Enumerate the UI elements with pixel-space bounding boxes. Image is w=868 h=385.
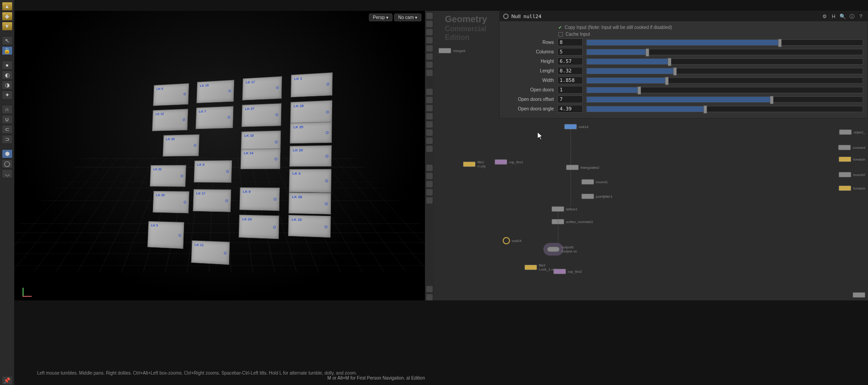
viewport-right-tools — [425, 11, 434, 300]
shelf-tool-e[interactable]: ∪ — [2, 115, 13, 124]
node-rop-fbx2[interactable]: rop_fbx2 — [553, 269, 582, 274]
param-value-input[interactable] — [557, 57, 583, 65]
param-value-input[interactable] — [557, 48, 583, 56]
search-icon[interactable]: 🔍 — [840, 13, 846, 19]
shelf-tool-a[interactable]: ● — [2, 61, 13, 70]
node-null14[interactable]: null14 — [564, 124, 588, 129]
rtool-2[interactable] — [426, 21, 433, 27]
param-value-input[interactable] — [557, 38, 583, 46]
copy-input-checkbox[interactable]: ✔ Copy Input (Note: Input will be still … — [504, 24, 863, 31]
shelf-pin-icon[interactable]: 📌 — [2, 376, 13, 385]
rtool-11[interactable] — [426, 105, 433, 111]
param-row-open_doors: Open doors — [504, 85, 863, 95]
param-row-open_doors_offset: Open doors offset — [504, 95, 863, 104]
node-connect[interactable]: connect — [838, 145, 865, 150]
rtool-15[interactable] — [426, 138, 433, 144]
info-icon[interactable]: ⓘ — [849, 13, 855, 19]
h-icon[interactable]: H — [830, 13, 837, 19]
node-output0[interactable]: output0Output sc — [547, 245, 577, 253]
rtool-1[interactable] — [426, 13, 433, 19]
rtool-16[interactable] — [426, 146, 433, 152]
rtool-18[interactable] — [426, 173, 433, 179]
node-pointjitter1[interactable]: pointjitter1 — [581, 194, 613, 199]
node-object-merge[interactable]: object_ — [839, 129, 865, 135]
shelf-tool-f[interactable]: ⊂ — [2, 125, 13, 134]
locker-door: LK 9 — [239, 187, 280, 211]
locker-door: LK 17 — [193, 189, 231, 212]
param-slider[interactable] — [586, 96, 863, 103]
rtool-12[interactable] — [426, 113, 433, 119]
node-foreach-begin[interactable]: foreach — [839, 157, 865, 162]
node-file1[interactable]: file1rr.obj — [463, 160, 486, 168]
viewport-3d[interactable]: Persp ▾ No cam ▾ LK 6LK 15LK 17LK 1LK 12… — [14, 11, 425, 300]
node-bound2[interactable]: bound2 — [839, 172, 865, 177]
rtool-10[interactable] — [426, 97, 433, 103]
rtool-17[interactable] — [426, 165, 433, 171]
param-slider[interactable] — [586, 68, 863, 74]
rtool-3[interactable] — [426, 29, 433, 35]
shelf-tool-d[interactable]: ✦ — [2, 90, 13, 100]
rtool-7[interactable] — [426, 62, 433, 68]
node-name-field[interactable]: null24 — [524, 14, 542, 19]
rtool-6[interactable] — [426, 53, 433, 60]
parameter-pane: Null null24 ⚙ H 🔍 ⓘ ? ✔ Copy Input (Note… — [499, 11, 868, 119]
rtool-8[interactable] — [426, 70, 433, 76]
rtool-21[interactable] — [426, 197, 433, 204]
locker-door: LK 25 — [290, 122, 332, 143]
shelf-tool-c[interactable]: ◑ — [2, 81, 13, 90]
param-slider[interactable] — [586, 77, 863, 84]
param-value-input[interactable] — [557, 105, 583, 113]
rtool-13[interactable] — [426, 121, 433, 128]
shelf-tool-2[interactable]: ◆ — [2, 12, 13, 21]
node-null24[interactable]: null24 — [503, 237, 521, 244]
shelf-tool-j[interactable]: ◡ — [2, 169, 13, 178]
nocam-dropdown[interactable]: No cam ▾ — [394, 14, 421, 21]
magnet-tool-icon[interactable]: ∩ — [2, 105, 13, 114]
help-icon[interactable]: ? — [858, 13, 864, 19]
cache-input-checkbox[interactable]: Cache Input — [504, 31, 863, 38]
locker-door: LK 19 — [288, 215, 331, 238]
locker-door: LK 7 — [196, 106, 234, 129]
select-tool-icon[interactable]: ↖ — [2, 36, 13, 45]
rtool-grid-icon[interactable] — [426, 294, 433, 300]
shelf-tool-3[interactable]: ▼ — [2, 22, 13, 31]
node-merge8[interactable]: merge8 — [439, 48, 465, 53]
lock-tool-icon[interactable]: 🔒 — [2, 46, 13, 55]
param-slider[interactable] — [586, 87, 863, 93]
param-value-input[interactable] — [557, 67, 583, 75]
node-triangulate2[interactable]: triangulate2 — [566, 165, 599, 170]
rtool-14[interactable] — [426, 129, 433, 136]
param-slider[interactable] — [586, 39, 863, 46]
shelf-tool-g[interactable]: ⊃ — [2, 135, 13, 144]
node-extra[interactable] — [853, 292, 865, 298]
param-label: Open doors — [504, 87, 554, 92]
param-slider[interactable] — [586, 58, 863, 65]
node-foreach-end[interactable]: foreach — [839, 185, 865, 191]
locker-door: LK 20 — [163, 134, 199, 157]
locker-door: LK 5 — [147, 221, 184, 249]
param-value-input[interactable] — [557, 86, 583, 94]
param-label: Open doors angle — [504, 106, 554, 111]
param-value-input[interactable] — [557, 76, 583, 84]
gear-icon[interactable]: ⚙ — [821, 13, 828, 19]
shelf-tool-h[interactable]: ⬢ — [2, 149, 13, 158]
rtool-5[interactable] — [426, 45, 433, 52]
camera-dropdown[interactable]: Persp ▾ — [369, 14, 392, 21]
param-label: Width — [504, 78, 554, 83]
shelf-tool-1[interactable]: ▲ — [2, 2, 13, 11]
rtool-info-icon[interactable] — [426, 286, 433, 292]
node-lattice1[interactable]: lattice1 — [552, 206, 577, 212]
shelf-tool-b[interactable]: ◐ — [2, 71, 13, 80]
param-slider[interactable] — [586, 106, 863, 112]
param-value-input[interactable] — [557, 95, 583, 103]
param-slider[interactable] — [586, 49, 863, 55]
node-file2[interactable]: file2Lock_1.obj — [524, 263, 557, 271]
node-bound1[interactable]: bound1 — [581, 179, 608, 185]
locker-door: LK 18 — [290, 100, 332, 125]
node-rop-fbx1[interactable]: rop_fbx1 — [495, 159, 523, 165]
rtool-9[interactable] — [426, 89, 433, 95]
rtool-19[interactable] — [426, 181, 433, 187]
rtool-20[interactable] — [426, 189, 433, 195]
rtool-4[interactable] — [426, 37, 433, 43]
shelf-tool-i[interactable]: ◯ — [2, 159, 13, 168]
